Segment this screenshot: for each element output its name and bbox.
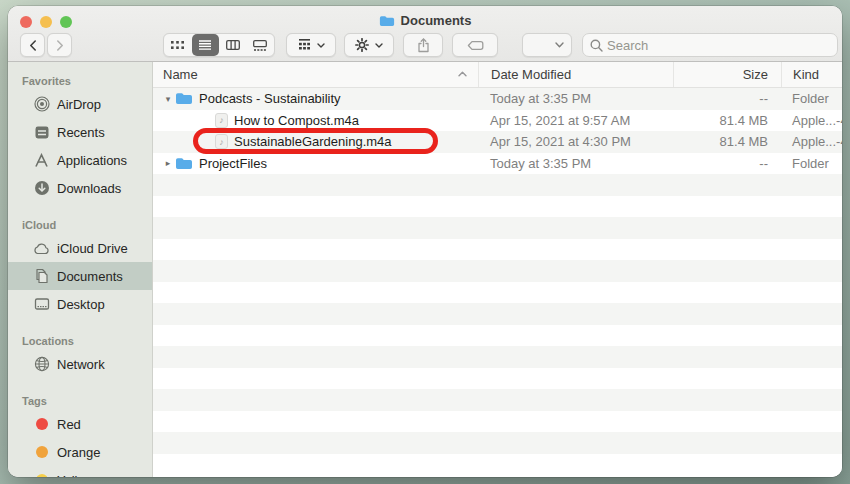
column-header-name[interactable]: Name xyxy=(153,62,478,87)
sidebar-item-label: Recents xyxy=(57,125,105,140)
sidebar-item-yellow[interactable]: Yellow xyxy=(8,466,152,477)
applications-icon xyxy=(33,153,50,168)
network-icon xyxy=(33,356,50,372)
size-cell: 81.4 MB xyxy=(673,113,781,128)
list-header: Name Date Modified Size Kind xyxy=(153,62,842,88)
group-by-button[interactable] xyxy=(286,33,336,57)
chevron-down-icon xyxy=(555,42,564,48)
recents-icon xyxy=(33,125,50,140)
file-name: How to Compost.m4a xyxy=(234,113,359,128)
size-cell: -- xyxy=(673,91,781,106)
titlebar[interactable]: Documents xyxy=(8,6,842,62)
window-title-text: Documents xyxy=(401,13,472,28)
file-list-pane: Name Date Modified Size Kind ▾Podcasts -… xyxy=(153,62,842,477)
disclosure-collapsed-icon[interactable]: ▸ xyxy=(161,158,175,168)
list-row-empty xyxy=(153,411,842,433)
sidebar-item-recents[interactable]: Recents xyxy=(8,118,152,146)
sidebar-item-label: Documents xyxy=(57,269,123,284)
size-cell: -- xyxy=(673,156,781,171)
view-mode-segmented-control xyxy=(163,33,275,57)
list-row-empty xyxy=(153,196,842,218)
list-row-empty xyxy=(153,260,842,282)
list-row-empty xyxy=(153,282,842,304)
audio-file-icon: ♪ xyxy=(215,113,228,128)
downloads-icon xyxy=(33,180,50,196)
date-modified-cell: Today at 3:35 PM xyxy=(478,91,673,106)
column-header-kind[interactable]: Kind xyxy=(781,62,842,87)
search-icon xyxy=(590,39,603,52)
action-menu-button[interactable] xyxy=(344,33,394,57)
share-icon xyxy=(417,38,430,53)
sidebar-item-label: Red xyxy=(57,417,81,432)
list-row-empty xyxy=(153,325,842,347)
date-modified-cell: Today at 3:35 PM xyxy=(478,156,673,171)
sidebar-item-label: Yellow xyxy=(57,473,94,478)
sidebar-section-header: Locations xyxy=(8,332,152,350)
list-row[interactable]: ♪How to Compost.m4aApr 15, 2021 at 9:57 … xyxy=(153,110,842,132)
chevron-down-icon xyxy=(375,43,383,48)
sidebar-item-label: iCloud Drive xyxy=(57,241,128,256)
tag-button[interactable] xyxy=(452,33,498,57)
toolbar-popup-button[interactable] xyxy=(522,33,572,57)
list-row-empty xyxy=(153,346,842,368)
list-row[interactable]: ▸ProjectFilesToday at 3:35 PM--Folder xyxy=(153,153,842,175)
folder-icon xyxy=(175,157,193,170)
sidebar-item-label: Network xyxy=(57,357,105,372)
gallery-view-button[interactable] xyxy=(247,34,275,56)
kind-cell: Folder xyxy=(781,156,842,171)
forward-button[interactable] xyxy=(47,33,72,57)
sidebar-item-applications[interactable]: Applications xyxy=(8,146,152,174)
kind-cell: Apple...-4 xyxy=(781,113,842,128)
documents-icon xyxy=(33,268,50,284)
gear-icon xyxy=(355,38,369,52)
sidebar-item-downloads[interactable]: Downloads xyxy=(8,174,152,202)
sidebar: FavoritesAirDropRecentsApplicationsDownl… xyxy=(8,62,153,477)
sidebar-item-documents[interactable]: Documents xyxy=(8,262,152,290)
sort-ascending-icon xyxy=(458,71,467,77)
sidebar-item-desktop[interactable]: Desktop xyxy=(8,290,152,318)
list-row[interactable]: ♪SustainableGardening.m4aApr 15, 2021 at… xyxy=(153,131,842,153)
list-row-empty xyxy=(153,389,842,411)
list-row-empty xyxy=(153,174,842,196)
list-row-empty xyxy=(153,368,842,390)
file-name: ProjectFiles xyxy=(199,156,267,171)
sidebar-item-red[interactable]: Red xyxy=(8,410,152,438)
window-title: Documents xyxy=(8,13,842,28)
tag-icon xyxy=(467,40,484,51)
sidebar-item-label: Downloads xyxy=(57,181,121,196)
column-view-button[interactable] xyxy=(219,34,247,56)
list-row-empty xyxy=(153,432,842,454)
audio-file-icon: ♪ xyxy=(215,134,228,149)
share-button[interactable] xyxy=(403,33,443,57)
column-header-date-modified[interactable]: Date Modified xyxy=(478,62,673,87)
back-button[interactable] xyxy=(20,33,45,57)
tag-dot xyxy=(33,474,50,477)
search-field[interactable] xyxy=(582,33,838,57)
finder-window: Documents xyxy=(8,6,842,477)
tag-dot xyxy=(33,418,50,430)
folder-icon xyxy=(379,15,395,27)
sidebar-item-label: AirDrop xyxy=(57,97,101,112)
column-header-size[interactable]: Size xyxy=(673,62,781,87)
sidebar-item-network[interactable]: Network xyxy=(8,350,152,378)
search-input[interactable] xyxy=(607,38,837,53)
list-row-empty xyxy=(153,454,842,476)
sidebar-item-label: Orange xyxy=(57,445,100,460)
date-modified-cell: Apr 15, 2021 at 4:30 PM xyxy=(478,134,673,149)
list-row-empty xyxy=(153,239,842,261)
file-rows: ▾Podcasts - SustainabilityToday at 3:35 … xyxy=(153,88,842,477)
icon-view-button[interactable] xyxy=(164,34,192,56)
disclosure-expanded-icon[interactable]: ▾ xyxy=(161,94,175,104)
sidebar-item-airdrop[interactable]: AirDrop xyxy=(8,90,152,118)
list-row[interactable]: ▾Podcasts - SustainabilityToday at 3:35 … xyxy=(153,88,842,110)
list-view-button[interactable] xyxy=(192,34,220,56)
sidebar-item-icloud-drive[interactable]: iCloud Drive xyxy=(8,234,152,262)
file-name: SustainableGardening.m4a xyxy=(234,134,392,149)
desktop-icon xyxy=(33,297,50,311)
list-row-empty xyxy=(153,303,842,325)
file-name: Podcasts - Sustainability xyxy=(199,91,341,106)
toolbar xyxy=(8,33,842,57)
folder-icon xyxy=(175,92,193,105)
kind-cell: Folder xyxy=(781,91,842,106)
sidebar-item-orange[interactable]: Orange xyxy=(8,438,152,466)
